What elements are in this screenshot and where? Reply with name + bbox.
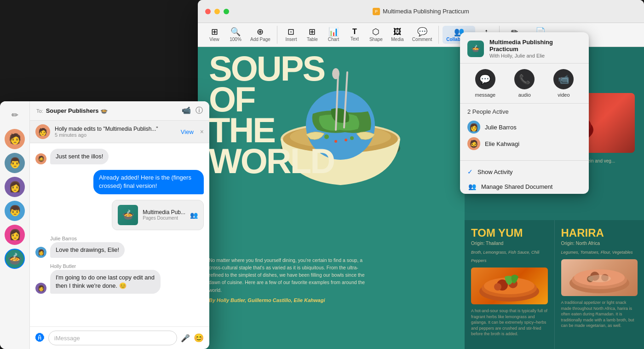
message-shared-doc: 🍲 Multimedia Pub... Pages Document 👥 [35, 200, 204, 230]
tom-yum-title: TOM YUM [471, 227, 548, 239]
notification-close-button[interactable]: × [200, 128, 204, 135]
collab-divider [460, 160, 589, 161]
text-icon: T [352, 28, 357, 35]
toolbar-insert-group: ⊡ Insert ⊞ Table 📊 Chart T Text ⬡ Shape … [278, 26, 439, 44]
toolbar-view-group: ⊞ View 🔍 100% ⊕ Add Page [201, 26, 277, 44]
chart-icon: 📊 [328, 28, 339, 36]
table-button[interactable]: ⊞ Table [302, 26, 322, 44]
svg-point-26 [494, 283, 501, 291]
view-button[interactable]: ⊞ View [204, 26, 224, 44]
msg-avatar-holly: 👩 [35, 283, 46, 294]
close-button[interactable] [205, 9, 211, 14]
collab-video-button[interactable]: 📹 video [553, 69, 574, 98]
manage-shared-doc-icon: 👥 [467, 183, 477, 190]
shape-button[interactable]: ⬡ Shape [366, 26, 386, 44]
tom-yum-origin: Origin: Thailand [471, 241, 548, 246]
sidebar-avatar-3[interactable]: 👩 [5, 177, 25, 197]
comment-button[interactable]: 💬 Comment [408, 26, 436, 44]
insert-button[interactable]: ⊡ Insert [281, 26, 301, 44]
message-illos: 🧔 Just sent the illos! [35, 149, 204, 164]
msg-avatar-julie: 👩 [35, 247, 46, 258]
audio-input-icon[interactable]: 🎤 [181, 334, 190, 343]
msg-bubble-copy-edit: I'm going to do one last copy edit and t… [50, 270, 161, 294]
avatar-julie: 👩 [467, 121, 480, 134]
msg-bubble-illos: Just sent the illos! [50, 149, 109, 164]
msg-bubble-love-drawings: Love the drawings, Elie! [50, 242, 125, 258]
sidebar-avatar-1[interactable]: 🧑 [5, 129, 25, 149]
traffic-lights [205, 9, 229, 14]
sidebar-avatar-5[interactable]: 👩 [5, 225, 25, 245]
msg-sender-julie: Julie Barros [50, 236, 204, 241]
add-page-icon: ⊕ [257, 28, 264, 36]
view-icon: ⊞ [211, 28, 218, 36]
collab-header-text: Multimedia Publishing Practicum With Hol… [489, 39, 581, 58]
harira-desc: A traditional appetizer or light snack m… [561, 300, 638, 329]
video-call-button[interactable]: 📹 [182, 106, 191, 116]
manage-shared-doc-menu-item[interactable]: 👥 Manage Shared Document [460, 179, 589, 194]
collab-person-elie: 🧔 Elie Kahwagi [467, 135, 581, 152]
compose-button[interactable]: ✏ [6, 107, 23, 123]
messages-header: To: Souper Publishers 🍲 📹 ⓘ [30, 101, 209, 121]
collab-message-icon: 💬 [475, 69, 495, 89]
minimize-button[interactable] [214, 9, 220, 14]
sidebar-avatar-active[interactable]: 🍲 [5, 249, 25, 269]
doc-main-title: SOUPS OF THE WORLD [209, 53, 334, 177]
tom-yum-image [471, 268, 548, 304]
sidebar-avatar-2[interactable]: 👨 [5, 153, 25, 173]
pages-titlebar: P Multimedia Publishing Practicum [198, 0, 644, 23]
messages-input-area: 🅐 iMessage 🎤 😊 [30, 326, 209, 349]
tom-yum-ingredients: Broth, Lemongrass, Fish Sauce, Chili Pep… [471, 250, 540, 263]
msg-bubble-already-added: Already added! Here is the (fingers cros… [93, 170, 204, 194]
collab-audio-icon: 📞 [514, 69, 535, 89]
maximize-button[interactable] [224, 9, 229, 14]
shared-doc-info: Multimedia Pub... Pages Document [143, 209, 185, 221]
tom-yum-section: TOM YUM Origin: Thailand Broth, Lemongra… [465, 220, 555, 349]
collab-message-button[interactable]: 💬 message [475, 69, 496, 98]
table-icon: ⊞ [309, 28, 316, 36]
media-icon: 🖼 [393, 28, 402, 36]
message-copy-edit: 👩 I'm going to do one last copy edit and… [35, 270, 204, 294]
info-button[interactable]: ⓘ [196, 106, 203, 116]
collab-people-section: 2 People Active 👩 Julie Barros 🧔 Elie Ka… [460, 104, 589, 157]
shape-icon: ⬡ [372, 28, 380, 36]
conversation-title: To: Souper Publishers 🍲 [36, 107, 108, 114]
media-button[interactable]: 🖼 Media [387, 26, 408, 44]
svg-point-33 [588, 275, 611, 282]
messages-window: ✏ 🧑 👨 👩 👦 👩 🍲 To: Souper Publishers 🍲 📹 … [0, 101, 209, 349]
svg-point-9 [350, 136, 354, 140]
collab-actions: 💬 message 📞 audio 📹 video [460, 64, 589, 104]
app-store-icon[interactable]: 🅐 [35, 333, 45, 343]
bottom-soups: TOM YUM Origin: Thailand Broth, Lemongra… [465, 220, 644, 349]
chart-button[interactable]: 📊 Chart [323, 26, 344, 44]
header-icons: 📹 ⓘ [182, 106, 203, 116]
zoom-button[interactable]: 🔍 100% [225, 26, 246, 44]
messages-main: To: Souper Publishers 🍲 📹 ⓘ 🧑 Holly made… [30, 101, 209, 349]
intro-text: No matter where you find yourself dining… [209, 256, 365, 303]
sidebar-avatar-4[interactable]: 👦 [5, 201, 25, 221]
insert-icon: ⊡ [288, 28, 294, 36]
harira-section: HARIRA Origin: North Africa Legumes, Tom… [555, 220, 644, 349]
window-title: P Multimedia Publishing Practicum [373, 8, 469, 15]
show-activity-menu-item[interactable]: ✓ Show Activity [460, 164, 589, 179]
msg-sender-holly: Holly Butler [50, 263, 204, 269]
avatar-elie: 🧔 [467, 137, 480, 150]
shared-doc-people-icon: 👥 [190, 211, 198, 219]
notification-view-button[interactable]: View [181, 128, 194, 135]
harira-origin: Origin: North Africa [561, 241, 638, 246]
emoji-picker-icon[interactable]: 😊 [194, 333, 204, 343]
text-button[interactable]: T Text [345, 26, 365, 43]
messages-list: 🧔 Just sent the illos! Already added! He… [30, 143, 209, 326]
messages-sidebar: ✏ 🧑 👨 👩 👦 👩 🍲 [0, 101, 30, 349]
collab-video-icon: 📹 [553, 69, 574, 89]
app-icon: P [373, 8, 380, 15]
show-activity-check-icon: ✓ [467, 168, 473, 175]
comment-icon: 💬 [417, 28, 427, 36]
shared-doc-card[interactable]: 🍲 Multimedia Pub... Pages Document 👥 [112, 200, 204, 230]
svg-point-11 [345, 139, 347, 141]
harira-image [561, 259, 638, 296]
add-page-button[interactable]: ⊕ Add Page [247, 26, 274, 44]
pages-window: P Multimedia Publishing Practicum ⊞ View… [198, 0, 644, 349]
message-input[interactable]: iMessage [48, 331, 177, 345]
collab-person-julie: 👩 Julie Barros [467, 119, 581, 135]
collab-audio-button[interactable]: 📞 audio [514, 69, 535, 98]
